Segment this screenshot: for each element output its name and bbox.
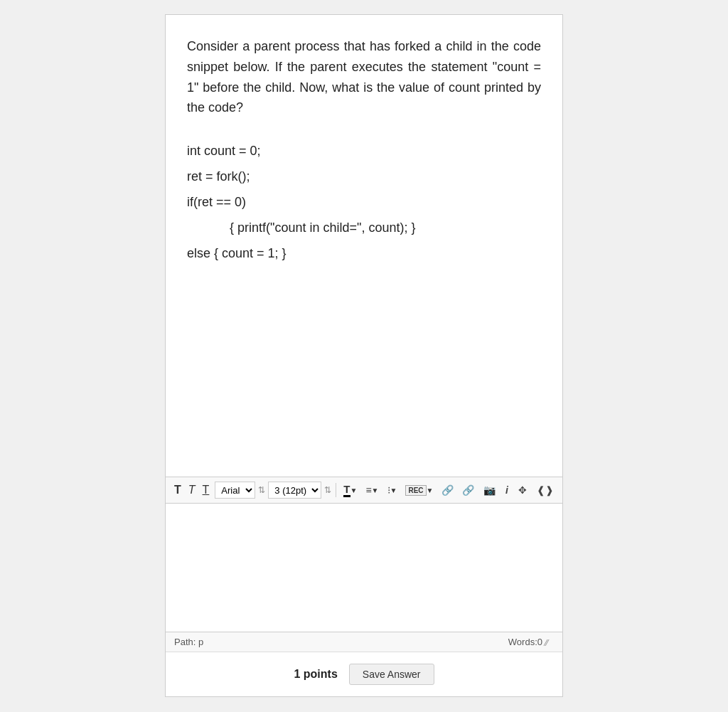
main-container: Consider a parent process that has forke… bbox=[165, 14, 563, 697]
font-size-select[interactable]: 3 (12pt) bbox=[268, 482, 321, 499]
points-label: 1 points bbox=[294, 668, 337, 681]
unordered-list-button[interactable]: ⁝ ▼ bbox=[385, 483, 400, 497]
font-family-select[interactable]: Arial bbox=[215, 482, 255, 499]
word-count: Words:0 bbox=[508, 637, 542, 647]
ordered-list-button[interactable]: ≡ ▼ bbox=[363, 483, 381, 497]
fullscreen-button[interactable]: ✥ bbox=[515, 483, 530, 497]
editor-toolbar: T T T Arial ⇅ 3 (12pt) ⇅ T ▼ ≡ ▼ ⁝ ▼ REC bbox=[166, 477, 562, 504]
resize-handle[interactable]: ∕∕ bbox=[545, 638, 554, 647]
code-line-4: { printf("count in child=", count); } bbox=[187, 215, 541, 240]
question-area: Consider a parent process that has forke… bbox=[166, 15, 562, 477]
editor-content-area[interactable] bbox=[166, 504, 562, 632]
code-line-1: int count = 0; bbox=[187, 138, 541, 164]
link-button[interactable]: 🔗 bbox=[439, 483, 456, 497]
collapse-button[interactable]: ❰❱ bbox=[534, 483, 557, 497]
text-color-button[interactable]: T ▼ bbox=[341, 482, 360, 499]
path-indicator: Path: p bbox=[174, 637, 203, 647]
code-line-5: else { count = 1; } bbox=[187, 240, 541, 266]
italic-button[interactable]: T bbox=[186, 482, 198, 498]
question-text: Consider a parent process that has forke… bbox=[187, 36, 541, 118]
bold-button[interactable]: T bbox=[171, 482, 184, 498]
unlink-button[interactable]: 🔗 bbox=[459, 483, 477, 497]
rec-button[interactable]: REC ▼ bbox=[402, 484, 436, 497]
status-bar: Path: p Words:0 ∕∕ bbox=[166, 632, 562, 652]
save-answer-button[interactable]: Save Answer bbox=[349, 664, 434, 685]
toolbar-divider-1 bbox=[336, 483, 336, 497]
right-icons-group: 📷 i ✥ ❰❱ bbox=[481, 483, 557, 497]
footer-area: 1 points Save Answer bbox=[166, 652, 562, 696]
underline-button[interactable]: T bbox=[200, 482, 213, 498]
code-line-3: if(ret == 0) bbox=[187, 189, 541, 215]
code-block: int count = 0; ret = fork(); if(ret == 0… bbox=[187, 138, 541, 266]
media-button[interactable]: 📷 bbox=[481, 483, 498, 497]
code-line-2: ret = fork(); bbox=[187, 164, 541, 189]
text-format-group: T T T bbox=[171, 482, 212, 498]
info-button[interactable]: i bbox=[503, 483, 511, 497]
